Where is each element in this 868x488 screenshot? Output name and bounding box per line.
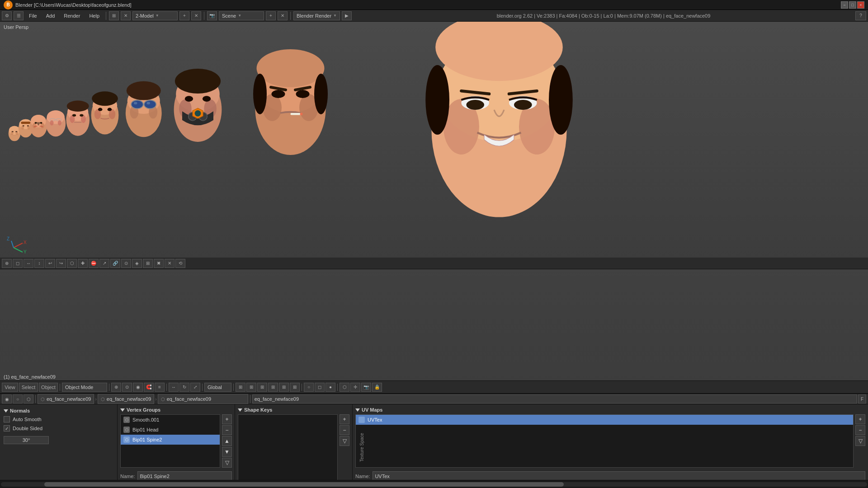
sk-filter-btn[interactable]: ▽: [340, 436, 349, 446]
mesh-icon[interactable]: ⬡: [24, 394, 33, 404]
maximize-button[interactable]: □: [849, 1, 856, 9]
sec-btn-2[interactable]: ◻: [13, 259, 23, 268]
grid-btn-3[interactable]: ⊞: [257, 383, 267, 392]
outliner-icon[interactable]: ◉: [2, 394, 12, 404]
vg-item-smooth[interactable]: ⬡ Smooth.001: [121, 415, 220, 425]
sec-btn-4[interactable]: ↕: [34, 259, 44, 268]
sec-btn-1[interactable]: ⊕: [2, 259, 12, 268]
select-menu-btn[interactable]: Select: [19, 383, 38, 392]
name-input-confirm[interactable]: F: [858, 394, 866, 404]
uvm-remove-btn[interactable]: −: [855, 425, 865, 435]
menu-help[interactable]: Help: [85, 12, 103, 19]
vertex-groups-list[interactable]: ⬡ Smooth.001 ⬡ Bip01 Head ⬡ Bip01 Spine2: [120, 414, 220, 468]
sec-btn-7[interactable]: ⬡: [67, 259, 77, 268]
lock-btn[interactable]: 🔒: [372, 383, 382, 392]
breadcrumb-3[interactable]: ⬡ eq_face_newface09: [158, 394, 248, 404]
minimize-button[interactable]: −: [841, 1, 848, 9]
sec-btn-15[interactable]: ✖: [154, 259, 164, 268]
menu-icon-right[interactable]: ☰: [14, 11, 24, 20]
breadcrumb-1[interactable]: ⬡ eq_face_newface09: [38, 394, 94, 404]
scene-dropdown[interactable]: Scene ▼: [219, 11, 264, 20]
vg-add-btn[interactable]: +: [222, 414, 232, 424]
proportional-btn[interactable]: ◉: [133, 383, 143, 392]
scroll-track[interactable]: [1, 482, 867, 487]
vg-up-btn[interactable]: ▲: [222, 436, 232, 446]
layout-icon-2[interactable]: ✕: [121, 11, 131, 20]
menu-file[interactable]: File: [25, 12, 41, 19]
mode-dropdown[interactable]: Object Mode: [62, 383, 107, 392]
grid-btn-1[interactable]: ⊞: [236, 383, 245, 392]
close-button[interactable]: ×: [857, 1, 864, 9]
sec-btn-11[interactable]: 🔗: [110, 259, 120, 268]
uv-item-uvtex[interactable]: UVTex: [356, 415, 853, 425]
uvm-filter-btn[interactable]: ▽: [855, 436, 865, 446]
sec-btn-17[interactable]: ⟲: [175, 259, 185, 268]
scene-close-btn[interactable]: ✕: [278, 11, 288, 20]
sec-btn-8[interactable]: ✚: [78, 259, 88, 268]
svg-point-65: [195, 110, 201, 117]
scale-btn[interactable]: ⤢: [190, 383, 200, 392]
snap-btn[interactable]: 🧲: [144, 383, 154, 392]
solid-btn[interactable]: ●: [326, 383, 335, 392]
help-icon[interactable]: ?: [855, 11, 866, 20]
origin-btn[interactable]: ⊕: [111, 383, 121, 392]
render-engine-dropdown[interactable]: Blender Render ▼: [293, 11, 340, 20]
sec-btn-5[interactable]: ↩: [45, 259, 55, 268]
manipulator-btn[interactable]: ✛: [350, 383, 360, 392]
bottom-scrollbar[interactable]: [0, 480, 868, 488]
camera-view-btn[interactable]: 📷: [361, 383, 371, 392]
shape-keys-list[interactable]: [238, 414, 338, 481]
view-menu-btn[interactable]: View: [2, 383, 18, 392]
toolbar-sep-2: [109, 384, 109, 391]
scroll-thumb[interactable]: [44, 482, 564, 487]
menu-add[interactable]: Add: [42, 12, 59, 19]
svg-point-51: [144, 100, 156, 109]
object-name-input[interactable]: [252, 394, 857, 404]
scene-add-btn[interactable]: +: [266, 11, 276, 20]
sec-btn-6[interactable]: ↪: [56, 259, 66, 268]
sec-btn-3[interactable]: ↔: [24, 259, 33, 268]
render-mode-btn[interactable]: ○: [304, 383, 314, 392]
wireframe-btn[interactable]: ◻: [315, 383, 325, 392]
menu-icon-left[interactable]: ⚙: [2, 11, 12, 20]
uvm-add-btn[interactable]: +: [855, 414, 865, 424]
grid-btn-4[interactable]: ⊞: [268, 383, 278, 392]
object-icon[interactable]: ○: [13, 394, 23, 404]
grid-btn-2[interactable]: ⊞: [246, 383, 256, 392]
overlay-btn[interactable]: ⬡: [340, 383, 349, 392]
breadcrumb-2[interactable]: ⬡ eq_face_newface09: [98, 394, 154, 404]
sk-add-btn[interactable]: +: [340, 414, 349, 424]
layout-icon[interactable]: ⊞: [109, 11, 119, 20]
transform-space-dropdown[interactable]: Global: [204, 383, 231, 392]
3d-viewport[interactable]: User Persp: [0, 22, 868, 393]
camera-icon[interactable]: 📷: [207, 11, 217, 20]
double-sided-checkbox[interactable]: [4, 425, 10, 432]
vg-item-head[interactable]: ⬡ Bip01 Head: [121, 425, 220, 435]
sec-btn-12[interactable]: ⊙: [121, 259, 131, 268]
cursor-btn[interactable]: ⊙: [122, 383, 132, 392]
menu-render[interactable]: Render: [60, 12, 84, 19]
sec-btn-16[interactable]: ✕: [165, 259, 175, 268]
auto-smooth-checkbox[interactable]: [4, 416, 10, 422]
sec-btn-10[interactable]: ↗: [99, 259, 109, 268]
sec-btn-9[interactable]: ⛔: [89, 259, 99, 268]
vg-item-spine[interactable]: ⬡ Bip01 Spine2: [121, 435, 220, 445]
view-mode-dropdown[interactable]: 2-Model ▼: [132, 11, 178, 20]
translate-btn[interactable]: ↔: [169, 383, 179, 392]
mirror-btn[interactable]: ≡: [155, 383, 165, 392]
angle-input-display[interactable]: 30°: [4, 436, 49, 444]
sec-btn-14[interactable]: ⊞: [143, 259, 153, 268]
vg-filter-btn[interactable]: ▽: [222, 458, 232, 468]
rotate-btn[interactable]: ↻: [179, 383, 189, 392]
grid-btn-5[interactable]: ⊞: [279, 383, 289, 392]
close-viewport-btn[interactable]: ✕: [191, 11, 201, 20]
vg-remove-btn[interactable]: −: [222, 425, 232, 435]
sec-btn-13[interactable]: ◈: [132, 259, 142, 268]
object-menu-btn[interactable]: Object: [39, 383, 58, 392]
add-viewport-btn[interactable]: +: [179, 11, 189, 20]
render-icon[interactable]: ▶: [342, 11, 352, 20]
grid-btn-6[interactable]: ⊞: [290, 383, 300, 392]
sk-remove-btn[interactable]: −: [340, 425, 349, 435]
vg-down-btn[interactable]: ▼: [222, 447, 232, 457]
uv-maps-list[interactable]: UVTex: [355, 414, 854, 468]
